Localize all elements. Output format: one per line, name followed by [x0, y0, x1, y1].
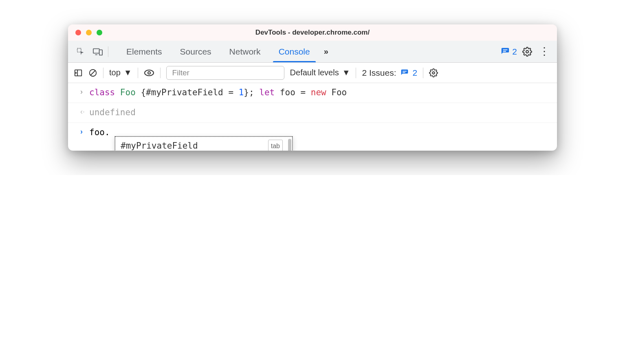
devtools-window: DevTools - developer.chrome.com/ Element… — [68, 24, 557, 151]
svg-rect-14 — [403, 72, 405, 73]
window-title: DevTools - developer.chrome.com/ — [68, 29, 557, 37]
divider — [103, 68, 103, 78]
divider — [423, 68, 423, 78]
levels-label: Default levels — [290, 68, 339, 77]
issues-label: 2 Issues: — [362, 68, 396, 78]
dropdown-icon: ▼ — [124, 68, 132, 77]
tab-sources[interactable]: Sources — [171, 41, 220, 62]
console-output: undefined — [89, 105, 550, 121]
minimize-button[interactable] — [86, 30, 92, 35]
svg-rect-5 — [503, 51, 506, 52]
output-chevron-icon: ‹· — [80, 105, 89, 121]
scrollbar[interactable] — [288, 139, 291, 151]
inspect-element-icon[interactable] — [74, 45, 88, 59]
svg-rect-13 — [403, 71, 407, 72]
live-expression-icon[interactable] — [144, 69, 154, 77]
device-toggle-icon[interactable] — [91, 45, 105, 59]
kebab-menu-icon[interactable]: ⋮ — [537, 45, 551, 58]
issues-count: 2 — [413, 68, 418, 78]
log-levels-selector[interactable]: Default levels ▼ — [290, 68, 350, 77]
more-tabs-icon[interactable]: » — [319, 41, 333, 62]
context-selector[interactable]: top ▼ — [109, 68, 132, 77]
traffic-lights — [75, 30, 102, 35]
console-code-line: class Foo {#myPrivateField = 1}; let foo… — [89, 85, 550, 101]
issues-counter[interactable]: 2 Issues: 2 — [362, 68, 417, 78]
divider — [138, 68, 138, 78]
autocomplete-popup: #myPrivateField tab __defineGetter__ __d… — [114, 136, 293, 151]
tab-console[interactable]: Console — [270, 41, 319, 62]
toggle-sidebar-icon[interactable] — [74, 68, 83, 77]
filter-input[interactable] — [166, 66, 284, 80]
svg-rect-4 — [503, 49, 508, 50]
issues-badge[interactable]: 2 — [501, 47, 517, 57]
svg-point-6 — [526, 50, 528, 53]
dropdown-icon: ▼ — [342, 68, 350, 77]
svg-point-11 — [145, 70, 154, 76]
close-button[interactable] — [75, 30, 81, 35]
svg-rect-3 — [99, 50, 102, 55]
clear-console-icon[interactable] — [88, 68, 97, 77]
titlebar: DevTools - developer.chrome.com/ — [68, 24, 557, 41]
console-settings-icon[interactable] — [429, 68, 438, 77]
svg-line-10 — [91, 70, 95, 75]
settings-icon[interactable] — [520, 45, 534, 59]
context-label: top — [109, 68, 121, 77]
prompt-chevron-icon: › — [80, 125, 89, 141]
divider — [108, 46, 108, 57]
tab-network[interactable]: Network — [220, 41, 270, 62]
tab-bar: Elements Sources Network Console » — [117, 41, 333, 62]
autocomplete-item[interactable]: #myPrivateField tab — [115, 136, 293, 151]
console-toolbar: top ▼ Default levels ▼ 2 Issues: 2 — [68, 63, 557, 83]
divider — [356, 68, 356, 78]
svg-point-15 — [432, 72, 435, 74]
console-output-row: ‹· undefined — [68, 103, 557, 123]
autocomplete-item-label: #myPrivateField — [121, 138, 198, 151]
svg-point-12 — [148, 72, 150, 74]
svg-rect-1 — [93, 48, 99, 53]
console-input-row: › class Foo {#myPrivateField = 1}; let f… — [68, 83, 557, 103]
divider — [160, 68, 161, 78]
input-chevron-icon: › — [80, 85, 89, 101]
tab-hint: tab — [268, 140, 283, 151]
maximize-button[interactable] — [97, 30, 102, 35]
tab-elements[interactable]: Elements — [117, 41, 171, 62]
main-toolbar: Elements Sources Network Console » 2 ⋮ — [68, 41, 557, 63]
issues-badge-count: 2 — [512, 47, 517, 57]
console-body: › class Foo {#myPrivateField = 1}; let f… — [68, 83, 557, 151]
